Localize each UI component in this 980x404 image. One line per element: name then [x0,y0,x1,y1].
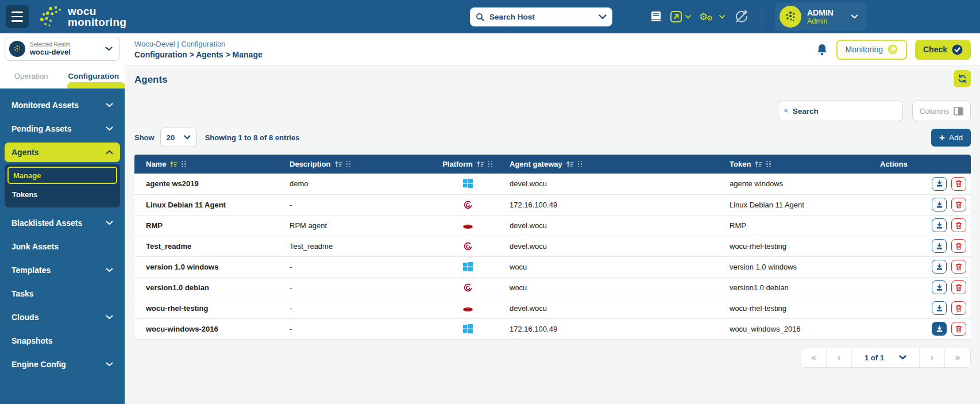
chevron-up-icon [106,150,113,155]
hamburger-menu-button[interactable] [6,5,29,28]
host-search-input[interactable] [489,13,594,21]
sidebar-item-blacklisted-assets[interactable]: Blacklisted Assets [5,213,120,233]
pagination-prev-button[interactable]: ‹ [827,348,852,367]
agent-token: wocu-rhel-testing [718,298,869,318]
columns-icon [954,107,963,116]
monitoring-eye-icon [888,44,898,55]
sidebar-item-agents[interactable]: Agents [5,143,120,162]
download-agent-button[interactable] [932,239,947,253]
chevron-down-icon [106,362,113,367]
agent-platform [430,277,498,298]
external-tools-menu[interactable] [670,10,691,23]
submenu-item-manage[interactable]: Manage [7,167,117,184]
column-header-description[interactable]: Description [278,155,430,174]
host-search-box[interactable] [470,7,612,26]
agent-name-link[interactable]: Linux Debian 11 Agent [134,194,278,215]
agent-description: RPM agent [278,215,430,236]
delete-agent-button[interactable] [951,260,966,274]
tab-configuration[interactable]: Configuration [63,72,125,80]
download-agent-button[interactable] [932,198,947,211]
sort-icon-active[interactable] [170,161,178,168]
refresh-icon [958,74,967,83]
realm-value: wocu-devel [30,48,101,56]
column-header-gateway[interactable]: Agent gateway [498,155,718,174]
chevron-down-icon[interactable] [599,14,607,20]
sidebar-item-pending-assets[interactable]: Pending Assets [5,119,120,138]
delete-agent-button[interactable] [951,301,966,315]
agents-table: Name Description Platform [134,155,971,340]
pagination-next-button[interactable]: › [920,348,945,367]
sidebar-item-monitored-assets[interactable]: Monitored Assets [5,95,120,115]
sort-icon[interactable] [477,161,484,168]
auto-refresh-disabled-icon[interactable] [733,8,750,25]
agent-name-link[interactable]: wocu-windows-2016 [134,318,278,339]
sort-icon[interactable] [335,161,342,168]
table-row: RMP RPM agent [134,215,971,236]
delete-agent-button[interactable] [951,239,966,253]
monitoring-mode-button[interactable]: Monitoring [836,40,907,60]
notifications-bell-icon[interactable] [816,43,828,56]
agent-name-link[interactable]: agente ws2019 [134,174,278,194]
sidebar-item-snapshots[interactable]: Snapshots [5,331,120,351]
page-size-select[interactable]: 20 [160,128,197,147]
download-agent-button[interactable] [932,218,947,232]
agent-name-link[interactable]: version1.0 debian [134,277,278,298]
delete-agent-button[interactable] [951,322,966,336]
pagination-page-select[interactable]: 1 of 1 [852,348,920,367]
agent-name-link[interactable]: RMP [134,215,278,236]
agent-name-link[interactable]: wocu-rhel-testing [134,298,278,318]
table-row: Test_readme Test_readme [134,236,971,256]
pagination-last-button[interactable]: » [945,348,970,367]
sort-icon[interactable] [755,161,762,168]
refresh-table-button[interactable] [954,70,971,87]
download-agent-button[interactable] [932,301,947,315]
download-agent-button[interactable] [932,280,947,294]
top-header: wocu monitoring [0,0,980,33]
delete-agent-button[interactable] [951,177,966,191]
agent-name-link[interactable]: version 1.0 windows [134,256,278,277]
submenu-item-tokens[interactable]: Tokens [7,186,117,203]
chevron-down-icon [106,103,113,107]
agent-platform [430,298,498,318]
agent-token: agente windows [718,174,869,194]
sidebar-item-junk-assets[interactable]: Junk Assets [5,237,120,256]
download-agent-button[interactable] [932,322,947,336]
agents-submenu: Manage Tokens [5,164,120,207]
add-agent-button[interactable]: + Add [931,129,971,147]
column-header-platform[interactable]: Platform [430,155,498,174]
table-search-box[interactable] [778,101,903,121]
settings-menu[interactable]: ⚙⚙ [699,11,725,23]
drag-handle-icon[interactable] [578,161,582,168]
column-header-token[interactable]: Token [718,155,869,174]
agent-platform [430,194,498,215]
delete-agent-button[interactable] [951,280,966,294]
documentation-book-icon[interactable] [650,10,662,23]
sidebar-item-templates[interactable]: Templates [5,260,120,280]
drag-handle-icon[interactable] [182,161,186,168]
sort-icon[interactable] [566,161,574,168]
agent-gateway: devel.wocu [498,298,718,318]
sidebar-item-engine-config[interactable]: Engine Config [5,355,120,374]
tab-operation[interactable]: Operation [0,72,63,80]
column-header-name[interactable]: Name [134,155,278,174]
delete-agent-button[interactable] [951,198,966,211]
drag-handle-icon[interactable] [766,161,771,168]
drag-handle-icon[interactable] [346,161,351,168]
agent-name-link[interactable]: Test_readme [134,236,278,256]
sidebar-item-clouds[interactable]: Clouds [5,307,120,327]
pagination-first-button[interactable]: « [801,348,827,367]
realm-selector[interactable]: Selected Realm wocu-devel [5,37,120,61]
table-row: version 1.0 windows - [134,256,971,277]
download-agent-button[interactable] [932,260,947,274]
drag-handle-icon[interactable] [488,161,493,168]
check-mode-button[interactable]: Check [915,40,971,60]
table-search-input[interactable] [793,107,897,116]
user-menu[interactable]: ADMIN Admin [775,2,866,31]
realm-label: Selected Realm [30,41,101,48]
sidebar-item-tasks[interactable]: Tasks [5,284,120,303]
redhat-icon [462,304,473,313]
columns-button[interactable]: Columns [912,101,971,121]
delete-agent-button[interactable] [951,218,966,232]
download-agent-button[interactable] [932,177,947,191]
chevron-down-icon [106,315,113,320]
